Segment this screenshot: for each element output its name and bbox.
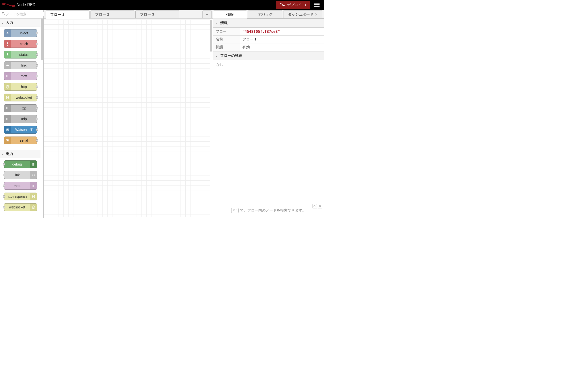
hamburger-menu-button[interactable] bbox=[312, 0, 322, 10]
logo-icon bbox=[3, 2, 15, 7]
sidebar-tab[interactable]: ダッシュボード✕ bbox=[283, 10, 322, 18]
palette-node-http[interactable]: http bbox=[4, 83, 37, 91]
palette-node-watson-iot[interactable]: Watson IoT bbox=[4, 126, 37, 134]
palette-scroll[interactable]: ⌵入力injectcatchstatuslinkmqtthttpwebsocke… bbox=[0, 18, 44, 218]
node-port[interactable] bbox=[36, 118, 38, 120]
arrow-in-icon bbox=[4, 30, 11, 37]
palette-node-mqtt[interactable]: mqtt bbox=[4, 72, 37, 80]
sidebar-tab[interactable]: 情報 bbox=[213, 10, 247, 18]
sidebar-tab-label: デバッグ bbox=[258, 12, 272, 17]
tip-refresh-button[interactable]: ⟳ bbox=[312, 204, 317, 208]
category-title: 入力 bbox=[6, 20, 13, 25]
tip-text: で、フロー内のノードを検索できます。 bbox=[240, 208, 306, 213]
node-label: http bbox=[11, 85, 37, 89]
flow-tabs: フロー 1フロー 2フロー 3+ bbox=[44, 10, 213, 18]
flow-tab[interactable]: フロー 3 bbox=[135, 10, 179, 18]
table-row: 名前 フロー 1 bbox=[213, 36, 324, 44]
node-port[interactable] bbox=[3, 185, 5, 187]
node-label: inject bbox=[11, 31, 37, 35]
globe-icon bbox=[30, 193, 37, 200]
node-port[interactable] bbox=[36, 107, 38, 110]
palette-node-serial[interactable]: serial bbox=[4, 136, 37, 144]
node-port[interactable] bbox=[3, 163, 5, 166]
globe-icon bbox=[4, 94, 11, 101]
info-flow-label: フロー bbox=[213, 28, 240, 36]
node-port[interactable] bbox=[3, 206, 5, 208]
palette-node-inject[interactable]: inject bbox=[4, 29, 37, 37]
info-flow-id: "4548f05f.f37ce8" bbox=[242, 30, 280, 34]
flow-tab[interactable]: フロー 1 bbox=[46, 10, 90, 18]
alert-icon bbox=[4, 40, 11, 48]
palette-node-http-response[interactable]: http response bbox=[4, 192, 37, 200]
chevron-down-icon: ⌵ bbox=[2, 22, 5, 24]
app-title: Node-RED bbox=[17, 3, 35, 7]
node-port[interactable] bbox=[36, 54, 38, 56]
palette-node-debug[interactable]: debug bbox=[4, 160, 37, 168]
flow-tab[interactable]: フロー 2 bbox=[91, 10, 134, 18]
node-port[interactable] bbox=[36, 32, 38, 34]
close-icon[interactable]: ✕ bbox=[315, 13, 318, 16]
tip-key-badge: ⌘f bbox=[231, 208, 239, 213]
node-port[interactable] bbox=[36, 75, 38, 77]
svg-rect-11 bbox=[7, 53, 8, 55]
canvas-scrollbar[interactable] bbox=[210, 20, 212, 52]
svg-rect-3 bbox=[283, 5, 285, 6]
globe-icon bbox=[30, 204, 37, 211]
sidebar-tab-label: ダッシュボード bbox=[288, 12, 313, 17]
palette-node-mqtt[interactable]: mqtt bbox=[4, 182, 37, 190]
svg-rect-9 bbox=[7, 42, 8, 44]
link-in-icon bbox=[4, 62, 11, 69]
palette-node-udp[interactable]: udp bbox=[4, 115, 37, 123]
node-label: link bbox=[11, 64, 37, 67]
palette-category-header[interactable]: ⌵出力 bbox=[0, 150, 41, 158]
sidebar-tab[interactable]: デバッグ bbox=[248, 10, 282, 18]
info-state-value: 有効 bbox=[240, 44, 324, 51]
deploy-icon bbox=[280, 3, 285, 6]
svg-point-7 bbox=[2, 12, 4, 14]
node-port[interactable] bbox=[36, 64, 38, 66]
palette-scrollbar[interactable] bbox=[41, 18, 43, 60]
flow-canvas[interactable] bbox=[44, 20, 210, 217]
node-port[interactable] bbox=[3, 196, 5, 198]
palette-node-websocket[interactable]: websocket bbox=[4, 203, 37, 211]
node-port[interactable] bbox=[3, 174, 5, 176]
tip-close-button[interactable]: ✕ bbox=[318, 204, 322, 208]
add-flow-button[interactable]: + bbox=[202, 10, 212, 18]
info-name-label: 名前 bbox=[213, 36, 240, 44]
palette-search-input[interactable] bbox=[6, 12, 49, 16]
palette-node-websocket[interactable]: websocket bbox=[4, 94, 37, 102]
node-port[interactable] bbox=[36, 140, 38, 142]
node-port[interactable] bbox=[36, 129, 38, 131]
bridge-icon bbox=[4, 115, 11, 122]
svg-line-8 bbox=[4, 14, 5, 15]
palette-node-catch[interactable]: catch bbox=[4, 40, 37, 48]
bridge-icon bbox=[4, 72, 11, 80]
svg-point-29 bbox=[32, 174, 33, 176]
globe-icon bbox=[4, 83, 11, 90]
palette-node-link[interactable]: link bbox=[4, 171, 37, 179]
node-label: catch bbox=[11, 42, 37, 46]
node-port[interactable] bbox=[36, 43, 38, 45]
svg-point-21 bbox=[7, 129, 8, 130]
node-label: udp bbox=[11, 117, 37, 121]
palette-panel: ⌵入力injectcatchstatuslinkmqtthttpwebsocke… bbox=[0, 10, 44, 218]
deploy-button[interactable]: デプロイ ▼ bbox=[276, 1, 310, 9]
palette-node-status[interactable]: status bbox=[4, 51, 37, 58]
table-row: フロー "4548f05f.f37ce8" bbox=[213, 28, 324, 36]
debug-icon bbox=[30, 161, 37, 168]
node-label: websocket bbox=[4, 205, 30, 209]
node-label: tcp bbox=[11, 106, 37, 110]
category-title: 出力 bbox=[6, 152, 13, 156]
workspace-main: フロー 1フロー 2フロー 3+ bbox=[44, 10, 213, 218]
detail-section-title: フローの詳細 bbox=[220, 54, 242, 58]
palette-category-header[interactable]: ⌵入力 bbox=[0, 18, 41, 27]
bridge-icon bbox=[30, 182, 37, 190]
palette-node-tcp[interactable]: tcp bbox=[4, 104, 37, 112]
chevron-down-icon: ⌵ bbox=[2, 152, 5, 155]
detail-section-header[interactable]: ⌵ フローの詳細 bbox=[213, 51, 324, 60]
info-section-header[interactable]: ⌵ 情報 bbox=[213, 18, 324, 28]
node-port[interactable] bbox=[36, 86, 38, 88]
palette-node-link[interactable]: link bbox=[4, 62, 37, 69]
node-port[interactable] bbox=[36, 96, 38, 99]
svg-rect-12 bbox=[7, 56, 8, 56]
